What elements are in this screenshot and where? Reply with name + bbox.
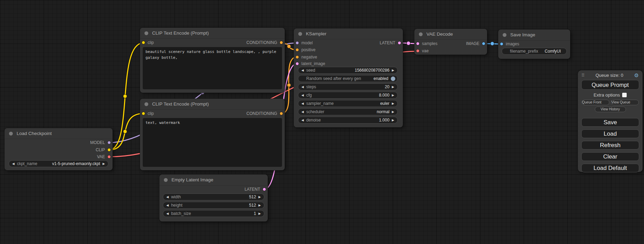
next-arrow-icon[interactable]: ▶: [392, 102, 394, 105]
next-arrow-icon[interactable]: ▶: [392, 85, 394, 89]
output-port-model[interactable]: [107, 141, 111, 144]
prev-arrow-icon[interactable]: ◀: [166, 196, 169, 199]
next-arrow-icon[interactable]: ▶: [392, 69, 394, 72]
next-arrow-icon[interactable]: ▶: [258, 196, 261, 199]
widget-label: width: [171, 195, 181, 199]
seed-widget[interactable]: ◀ seed 156680208700286 ▶: [298, 67, 398, 74]
collapse-dot-icon[interactable]: [298, 32, 302, 36]
width-widget[interactable]: ◀ width 512 ▶: [163, 193, 264, 200]
cfg-widget[interactable]: ◀ cfg 8.000 ▶: [298, 92, 398, 99]
node-title-bar[interactable]: Empty Latent Image: [159, 174, 268, 186]
save-button[interactable]: Save: [581, 118, 639, 127]
view-history-button[interactable]: View History: [595, 107, 626, 112]
next-arrow-icon[interactable]: ▶: [392, 110, 394, 114]
collapse-dot-icon[interactable]: [9, 132, 13, 135]
load-default-button[interactable]: Load Default: [581, 164, 639, 172]
node-title: Load Checkpoint: [17, 131, 52, 136]
gear-icon[interactable]: ⚙: [634, 73, 639, 78]
output-port-clip[interactable]: [107, 148, 111, 152]
input-port-images[interactable]: [500, 42, 503, 46]
node-title-bar[interactable]: Load Checkpoint: [5, 128, 113, 139]
output-port-image[interactable]: [482, 42, 485, 45]
queue-prompt-button[interactable]: Queue Prompt: [581, 80, 639, 90]
steps-widget[interactable]: ◀ steps 20 ▶: [298, 83, 398, 90]
output-port-latent[interactable]: [263, 188, 266, 191]
input-port-model[interactable]: [295, 41, 299, 45]
node-title-bar[interactable]: VAE Decode: [414, 29, 487, 40]
widget-value: 20: [385, 84, 389, 89]
batch-size-widget[interactable]: ◀ batch_size 1 ▶: [163, 210, 264, 217]
height-widget[interactable]: ◀ height 512 ▶: [163, 202, 264, 209]
node-title-bar[interactable]: CLIP Text Encode (Prompt): [140, 28, 285, 39]
widget-value: 156680208700286: [355, 68, 389, 73]
port-row: samples IMAGE: [414, 40, 487, 47]
graph-canvas[interactable]: Load Checkpoint MODEL CLIP VAE ◀ ckpt_na…: [0, 0, 644, 244]
collapse-dot-icon[interactable]: [419, 32, 423, 36]
node-vae-decode[interactable]: VAE Decode samples IMAGE vae: [414, 29, 487, 55]
filename-prefix-widget[interactable]: filename_prefix ComfyUI: [502, 48, 567, 55]
node-empty-latent-image[interactable]: Empty Latent Image LATENT ◀ width 512 ▶ …: [159, 174, 268, 222]
collapse-dot-icon[interactable]: [164, 178, 168, 182]
view-queue-button[interactable]: View Queue: [611, 100, 639, 105]
node-title: Save Image: [510, 32, 535, 37]
node-save-image[interactable]: Save Image images filename_prefix ComfyU…: [498, 29, 570, 59]
queue-front-button[interactable]: Queue Front: [582, 100, 609, 105]
widget-value: 1.000: [379, 118, 389, 123]
prev-arrow-icon[interactable]: ◀: [301, 94, 304, 97]
next-arrow-icon[interactable]: ▶: [392, 94, 394, 97]
node-ksampler[interactable]: KSampler model LATENT positive negative …: [294, 28, 403, 127]
collapse-dot-icon[interactable]: [144, 31, 148, 35]
drag-handle-icon[interactable]: ⠿: [581, 73, 585, 78]
prev-arrow-icon[interactable]: ◀: [12, 162, 15, 165]
prev-arrow-icon[interactable]: ◀: [301, 85, 304, 89]
output-port-vae[interactable]: [107, 155, 111, 159]
input-port-clip[interactable]: [142, 112, 145, 115]
node-load-checkpoint[interactable]: Load Checkpoint MODEL CLIP VAE ◀ ckpt_na…: [5, 128, 113, 170]
ckpt-name-widget[interactable]: ◀ ckpt_name v1-5-pruned-emaonly.ckpt ▶: [9, 160, 108, 167]
extra-options-row: Extra options: [578, 92, 643, 98]
clear-button[interactable]: Clear: [581, 152, 639, 161]
output-port-conditioning[interactable]: [280, 41, 283, 44]
input-port-latent-image[interactable]: [295, 62, 299, 65]
scheduler-widget[interactable]: ◀ scheduler normal ▶: [298, 108, 398, 115]
prompt-textarea[interactable]: text, watermark: [143, 118, 282, 167]
prev-arrow-icon[interactable]: ◀: [166, 204, 169, 207]
prev-arrow-icon[interactable]: ◀: [301, 110, 304, 114]
output-row: CLIP: [5, 146, 113, 153]
input-label-clip: clip: [148, 111, 154, 116]
input-port-samples[interactable]: [416, 42, 420, 45]
input-port-positive[interactable]: [295, 48, 299, 52]
prompt-textarea[interactable]: beautiful scenery nature glass bottle la…: [143, 47, 282, 89]
next-arrow-icon[interactable]: ▶: [258, 204, 261, 207]
load-button[interactable]: Load: [581, 129, 639, 138]
input-port-negative[interactable]: [295, 55, 299, 59]
next-arrow-icon[interactable]: ▶: [103, 162, 105, 165]
refresh-button[interactable]: Refresh: [581, 141, 639, 150]
input-port-clip[interactable]: [142, 41, 145, 44]
next-arrow-icon[interactable]: ▶: [258, 212, 261, 215]
node-title-bar[interactable]: Save Image: [498, 29, 570, 40]
input-port-vae[interactable]: [416, 49, 420, 53]
collapse-dot-icon[interactable]: [503, 33, 506, 37]
output-label-model: MODEL: [90, 140, 105, 145]
extra-options-checkbox[interactable]: [622, 93, 627, 97]
output-port-latent[interactable]: [398, 41, 401, 45]
sampler-name-widget[interactable]: ◀ sampler_name euler ▶: [298, 100, 398, 107]
output-label-vae: VAE: [97, 154, 105, 159]
next-arrow-icon[interactable]: ▶: [392, 119, 394, 122]
prev-arrow-icon[interactable]: ◀: [301, 102, 304, 105]
output-label-conditioning: CONDITIONING: [246, 111, 277, 116]
prev-arrow-icon[interactable]: ◀: [301, 119, 304, 122]
node-title: CLIP Text Encode (Prompt): [152, 30, 209, 36]
node-clip-text-encode-positive[interactable]: CLIP Text Encode (Prompt) clip CONDITION…: [140, 28, 285, 93]
node-clip-text-encode-negative[interactable]: CLIP Text Encode (Prompt) clip CONDITION…: [140, 99, 285, 170]
prev-arrow-icon[interactable]: ◀: [166, 212, 169, 215]
collapse-dot-icon[interactable]: [144, 102, 148, 106]
random-seed-toggle-widget[interactable]: Random seed after every gen enabled: [298, 75, 398, 82]
prev-arrow-icon[interactable]: ◀: [301, 69, 304, 72]
node-title-bar[interactable]: KSampler: [294, 28, 403, 39]
output-port-conditioning[interactable]: [280, 112, 283, 115]
denoise-widget[interactable]: ◀ denoise 1.000 ▶: [298, 117, 398, 124]
toggle-ball-icon[interactable]: [391, 76, 395, 81]
node-title-bar[interactable]: CLIP Text Encode (Prompt): [140, 99, 285, 110]
